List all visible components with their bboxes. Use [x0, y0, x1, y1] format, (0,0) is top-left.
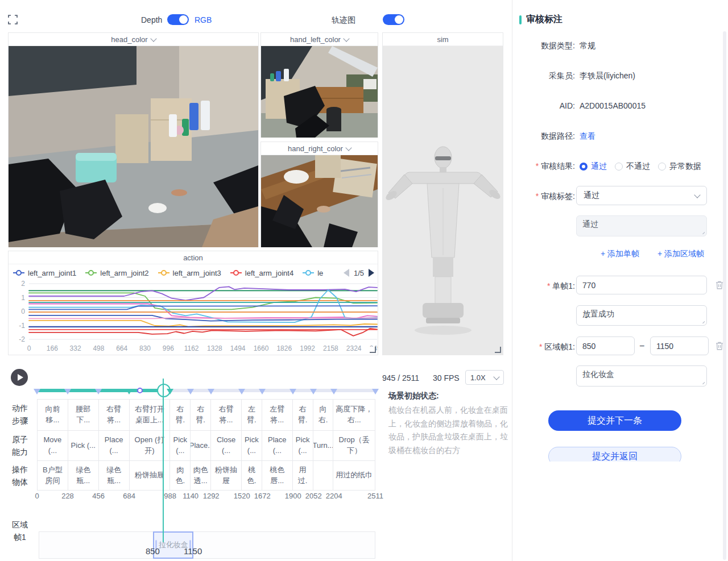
- legend-item[interactable]: left_arm_joint4: [230, 269, 293, 277]
- frame-marker[interactable]: [330, 389, 337, 394]
- trajectory-switch[interactable]: [383, 14, 404, 25]
- legend-series-icon: [13, 272, 24, 273]
- single-frame-input[interactable]: [576, 276, 707, 294]
- step-cell[interactable]: Drop（丢下）: [333, 431, 375, 460]
- legend-prev-page-button[interactable]: [344, 269, 349, 277]
- radio-circle-icon: [615, 163, 623, 171]
- legend-next-page-button[interactable]: [369, 269, 374, 277]
- step-cell[interactable]: 高度下降，右...: [333, 400, 375, 430]
- depth-rgb-switch[interactable]: [167, 14, 189, 25]
- step-cell-text: 右臂将...: [101, 404, 127, 426]
- page-scrollbar[interactable]: [723, 31, 726, 560]
- frame-marker[interactable]: [208, 389, 214, 394]
- steps-table: 向前移...腰部下...右臂将...右臂打开桌面上...右臂.右臂.右臂将...…: [37, 399, 375, 491]
- play-button[interactable]: [11, 369, 28, 386]
- scene-text: 梳妆台在机器人前，化妆盒在桌面上，化妆盒的侧边摆放着物品，化妆品，护肤品盒垃圾在…: [388, 404, 510, 457]
- frame-marker[interactable]: [289, 389, 296, 394]
- frame-marker[interactable]: [310, 389, 317, 394]
- resize-handle-icon[interactable]: [495, 347, 501, 353]
- frame-marker[interactable]: [167, 389, 173, 394]
- step-cell[interactable]: 右臂.: [170, 400, 191, 430]
- camera-hand-left-header[interactable]: hand_left_color: [261, 33, 378, 46]
- step-cell[interactable]: 左臂.: [242, 400, 262, 430]
- frame-marker[interactable]: [64, 389, 71, 394]
- region-frame-note[interactable]: 拉化妆盒: [576, 365, 707, 387]
- comment-box[interactable]: 通过: [576, 215, 707, 236]
- frame-marker[interactable]: [259, 389, 266, 394]
- step-cell[interactable]: Place..: [191, 431, 211, 460]
- step-cell[interactable]: 右臂.: [293, 400, 313, 430]
- step-cell[interactable]: 绿色瓶...: [99, 461, 130, 490]
- sim-header[interactable]: sim: [383, 33, 503, 46]
- tag-select[interactable]: 通过: [576, 186, 707, 205]
- camera-hand-right-header[interactable]: hand_right_color: [261, 142, 378, 155]
- step-cell[interactable]: 用过的纸巾: [333, 461, 375, 490]
- frame-marker[interactable]: [95, 389, 102, 394]
- step-cell[interactable]: 桃色.: [242, 461, 262, 490]
- step-cell[interactable]: 右臂打开桌面上...: [130, 400, 171, 430]
- step-cell[interactable]: Pick (...: [170, 431, 191, 460]
- resize-handle-icon[interactable]: [370, 347, 376, 353]
- frame-marker[interactable]: [34, 389, 40, 394]
- result-label: 审核结果:: [512, 161, 575, 172]
- step-cell[interactable]: 右臂将...: [211, 400, 242, 430]
- region-track-bar[interactable]: 拉化妆盒: [39, 531, 375, 559]
- radio-option[interactable]: 通过: [580, 161, 607, 172]
- step-cell-text: 右臂.: [172, 404, 188, 426]
- step-cell[interactable]: 桃色唇...: [262, 461, 293, 490]
- step-cell[interactable]: 腰部下...: [68, 400, 99, 430]
- frame-marker[interactable]: [187, 389, 194, 394]
- step-cell[interactable]: B户型房间: [38, 461, 68, 490]
- data-path-view-link[interactable]: 查看: [580, 131, 595, 142]
- add-single-frame-link[interactable]: + 添加单帧: [601, 249, 639, 259]
- legend-item[interactable]: left_arm_joint2: [85, 269, 148, 277]
- legend-item[interactable]: left_arm_joint1: [13, 269, 76, 277]
- step-cell[interactable]: Open (打开): [130, 431, 171, 460]
- frame-marker[interactable]: [238, 389, 245, 394]
- frame-marker[interactable]: [372, 389, 379, 394]
- step-cell[interactable]: 左臂将...: [262, 400, 293, 430]
- step-cell[interactable]: Close (...: [211, 431, 242, 460]
- playhead-cursor[interactable]: [163, 379, 164, 542]
- speed-select[interactable]: 1.0X: [465, 370, 504, 385]
- step-cell[interactable]: 粉饼抽屉: [211, 461, 242, 490]
- region-frame-start-input[interactable]: [576, 336, 635, 355]
- step-cell[interactable]: Move (...: [38, 431, 68, 460]
- legend-item[interactable]: le: [303, 269, 323, 277]
- step-cell[interactable]: [313, 461, 334, 490]
- submit-next-button[interactable]: 提交并下一条: [548, 410, 681, 431]
- step-cell[interactable]: Pick (...: [68, 431, 99, 460]
- region-frame-end-input[interactable]: [650, 336, 709, 355]
- step-cell[interactable]: 右臂.: [191, 400, 211, 430]
- step-cell[interactable]: Turn...: [313, 431, 334, 460]
- step-cell[interactable]: 向右.: [313, 400, 334, 430]
- step-cell[interactable]: Place (...: [262, 431, 293, 460]
- steps-table-row: 向前移...腰部下...右臂将...右臂打开桌面上...右臂.右臂.右臂将...…: [38, 400, 375, 431]
- chart-x-tick: 332: [64, 344, 87, 352]
- frame-marker[interactable]: [126, 389, 133, 394]
- add-region-frame-link[interactable]: + 添加区域帧: [657, 249, 704, 259]
- collector-label: 采集员:: [512, 71, 575, 81]
- step-cell[interactable]: 粉饼抽屉: [130, 461, 171, 490]
- step-cell[interactable]: Place (...: [99, 431, 130, 460]
- step-cell-text: 用过.: [295, 465, 311, 487]
- step-cell[interactable]: 肉色.: [170, 461, 191, 490]
- sim-robot-view: [383, 46, 503, 355]
- submit-return-button[interactable]: 提交并返回: [548, 447, 681, 462]
- legend-item[interactable]: left_arm_joint3: [158, 269, 221, 277]
- single-frame-note[interactable]: 放置成功: [576, 305, 707, 326]
- radio-option[interactable]: 异常数据: [658, 161, 701, 172]
- camera-head-header[interactable]: head_color: [9, 33, 258, 46]
- step-cell[interactable]: Pick (...: [293, 431, 313, 460]
- step-cell[interactable]: 绿色瓶...: [68, 461, 99, 490]
- step-cell-text: Place..: [191, 441, 211, 451]
- step-cell[interactable]: Pick (...: [242, 431, 262, 460]
- radio-option[interactable]: 不通过: [615, 161, 650, 172]
- step-cell[interactable]: 向前移...: [38, 400, 68, 430]
- step-cell[interactable]: 肉色透...: [191, 461, 211, 490]
- fullscreen-button[interactable]: [8, 15, 18, 24]
- step-cell[interactable]: 右臂将...: [99, 400, 130, 430]
- chevron-down-icon: [493, 373, 499, 380]
- step-cell[interactable]: 用过.: [293, 461, 313, 490]
- chevron-down-icon: [694, 192, 700, 198]
